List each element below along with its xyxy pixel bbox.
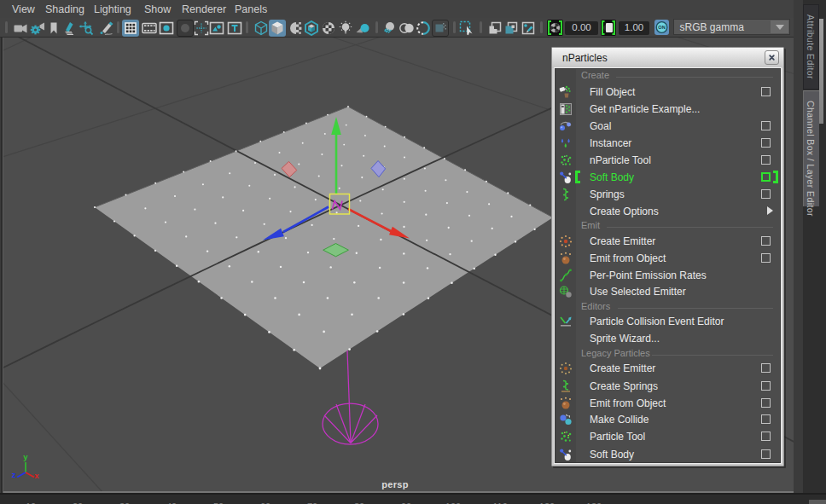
svg-text:x: x (34, 471, 39, 480)
svg-text:ON: ON (658, 25, 665, 30)
svg-text:y: y (23, 452, 28, 461)
svg-text:z: z (12, 470, 16, 479)
